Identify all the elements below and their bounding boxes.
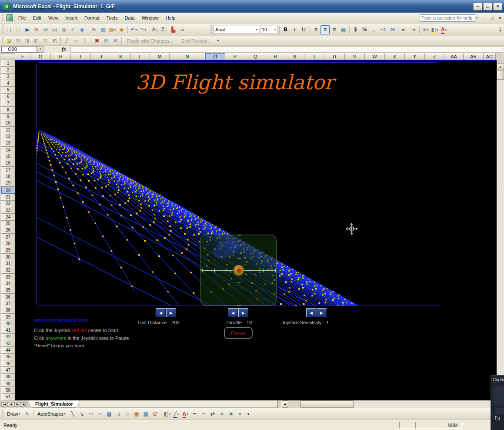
toolbar-options-icon[interactable]: ▾ [217,40,221,42]
row-header-44[interactable]: 44 [1,347,15,353]
row-header-36[interactable]: 36 [1,294,15,300]
end-review-button[interactable]: End Review... [177,38,214,44]
bold-icon[interactable]: B [281,25,290,34]
throttle-decrease-button[interactable]: ◀ [228,308,238,317]
column-header-V[interactable]: V [345,53,365,60]
joystick-sensitivity-increase-button[interactable]: ▶ [317,308,327,317]
question-help-input[interactable] [420,14,475,22]
row-header-30[interactable]: 30 [1,254,15,260]
row-header-35[interactable]: 35 [1,287,15,294]
column-header-Q[interactable]: Q [245,53,266,60]
first-sheet-button[interactable]: |◀ [1,402,8,406]
row-header-26[interactable]: 26 [1,227,15,234]
align-right-icon[interactable]: ≡ [330,25,339,34]
new-workbook-icon[interactable]: ▢ [4,25,13,34]
row-header-46[interactable]: 46 [1,360,15,367]
row-header-41[interactable]: 41 [1,327,15,334]
autoshapes-menu-button[interactable]: AutoShapes▾ [35,410,68,417]
new-comment-icon[interactable]: ◪ [4,37,13,45]
last-sheet-button[interactable]: ▶| [21,402,27,406]
row-header-20[interactable]: 20 [1,187,15,194]
toolbar-options-icon[interactable]: » [236,410,245,419]
column-header-U[interactable]: U [324,53,345,60]
diagram-icon[interactable]: ◇ [123,410,132,419]
toolbar-options-icon[interactable]: »▾ [499,27,503,32]
column-header-K[interactable]: K [111,53,131,60]
row-header-19[interactable]: 19 [1,180,15,187]
scroll-up-icon[interactable]: ▲ [497,63,504,70]
row-header-4[interactable]: 4 [1,80,15,87]
row-header-28[interactable]: 28 [1,240,15,247]
save-icon[interactable]: ▣ [23,25,32,34]
row-header-13[interactable]: 13 [1,140,15,147]
line-style-icon[interactable]: ━ [190,410,199,419]
row-header-16[interactable]: 16 [1,160,15,167]
copy-icon[interactable]: ▥ [99,25,108,34]
row-header-17[interactable]: 17 [1,167,15,173]
joystick-area[interactable] [200,235,277,306]
website-link[interactable]: www.excelunusual.com [34,317,88,322]
name-box[interactable]: O20 [1,46,37,53]
edit-comment-icon[interactable]: ▨ [13,37,23,45]
unit-distance-decrease-button[interactable]: ◀ [156,308,166,317]
horizontal-scroll-track[interactable] [354,400,504,408]
font-name-select[interactable]: Arial▾ [214,26,259,34]
next-sheet-button[interactable]: ▶ [14,402,21,406]
3d-style-icon[interactable]: ■ [227,410,236,419]
italic-icon[interactable]: I [290,25,299,34]
chart-wizard-icon[interactable]: ▙ [169,25,178,34]
help-dropdown-icon[interactable]: ▾ [476,16,477,20]
column-header-P[interactable]: P [225,53,245,60]
column-header-T[interactable]: T [304,53,324,60]
row-header-34[interactable]: 34 [1,280,15,287]
row-header-12[interactable]: 12 [1,133,15,140]
column-header-J[interactable]: J [91,53,111,60]
align-center-icon[interactable]: ≡ [320,25,330,34]
close-window-button[interactable]: × [493,3,502,10]
horizontal-scroll-thumb[interactable] [300,400,354,408]
row-header-11[interactable]: 11 [1,127,15,133]
toolbar-grip[interactable] [2,37,3,44]
format-painter-icon[interactable]: ◆ [117,25,126,34]
paste-icon[interactable]: ▦▾ [108,25,117,34]
sort-descending-icon[interactable]: Z↓ [160,25,169,34]
menu-edit[interactable]: Edit [30,14,45,22]
insert-function-button[interactable]: fx [62,46,66,53]
row-header-47[interactable]: 47 [1,367,15,373]
capture-button-small[interactable] [495,408,504,414]
row-header-18[interactable]: 18 [1,173,15,180]
menu-format[interactable]: Format [81,14,103,22]
ink-pen-icon[interactable]: ╱ [62,37,71,45]
row-header-10[interactable]: 10 [1,120,15,127]
unit-distance-increase-button[interactable]: ▶ [166,308,176,317]
fill-color-icon[interactable]: ◧▾ [430,25,439,34]
line-color-icon[interactable]: ╱▾ [172,410,181,419]
close-workbook-button[interactable]: × [496,16,504,20]
row-header-6[interactable]: 6 [1,94,15,100]
toolbar-options-icon[interactable]: » [178,25,187,34]
row-header-50[interactable]: 50 [1,387,15,393]
row-header-2[interactable]: 2 [1,67,15,73]
oval-icon[interactable]: ○ [96,410,105,419]
share-workbook-icon[interactable]: ▤ [102,37,111,45]
track-changes-icon[interactable]: ▣ [93,37,102,45]
ink-cancel-icon[interactable]: ◊ [80,37,90,45]
font-color-icon[interactable]: A▾ [439,25,448,34]
column-header-AB[interactable]: AB [464,53,484,60]
comma-style-icon[interactable]: , [369,25,378,34]
row-header-23[interactable]: 23 [1,207,15,214]
row-header-39[interactable]: 39 [1,314,15,320]
toolbar-options-icon[interactable]: ▾ [247,413,251,415]
row-header-32[interactable]: 32 [1,267,15,274]
picture-icon[interactable]: ▦ [141,410,150,419]
currency-icon[interactable]: $ [351,25,360,34]
row-header-3[interactable]: 3 [1,74,15,80]
formula-input[interactable] [70,46,503,53]
row-header-7[interactable]: 7 [1,100,15,107]
name-box-dropdown-icon[interactable]: ▾ [37,46,43,53]
column-header-Y[interactable]: Y [405,53,425,60]
email-icon[interactable]: ✉ [41,25,50,34]
undo-icon[interactable]: ↶▾ [129,25,138,34]
restore-window-button[interactable]: □ [483,3,492,10]
decrease-decimal-icon[interactable]: .00 [387,25,397,34]
